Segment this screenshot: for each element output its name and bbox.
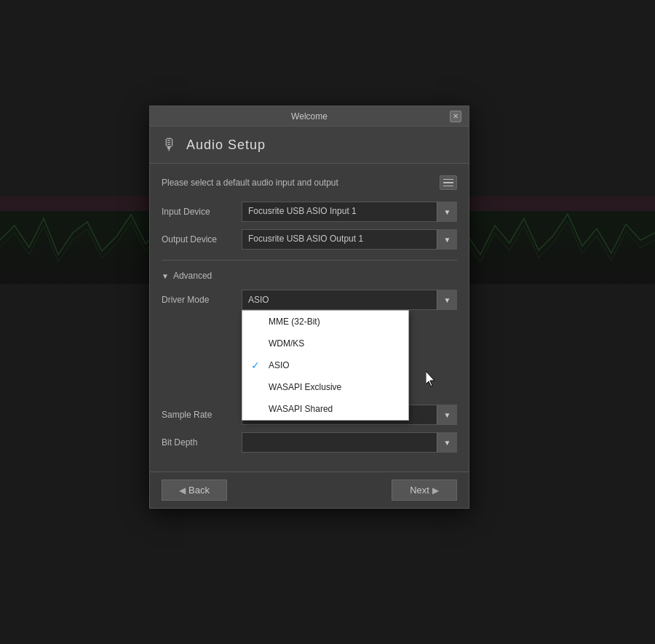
output-device-select-wrapper: Focusrite USB ASIO Output 1 ▼	[242, 229, 457, 250]
mme-check-icon	[251, 316, 263, 327]
driver-mode-option-wasapi-shared[interactable]: WASAPI Shared	[242, 398, 408, 420]
driver-mode-option-asio[interactable]: ✓ ASIO	[242, 354, 408, 376]
asio-check-icon: ✓	[251, 359, 263, 371]
close-button[interactable]: ✕	[450, 111, 461, 122]
driver-mode-option-wdm[interactable]: WDM/KS	[242, 333, 408, 354]
driver-mode-label: Driver Mode	[162, 295, 242, 305]
advanced-label: Advanced	[173, 271, 212, 281]
input-device-select-wrapper: Focusrite USB ASIO Input 1 ▼	[242, 202, 457, 222]
bit-depth-label: Bit Depth	[162, 437, 242, 448]
menu-icon-button[interactable]	[440, 175, 457, 190]
back-button-label: Back	[188, 485, 210, 496]
menu-line-2	[443, 182, 453, 183]
driver-mode-select[interactable]: ASIO	[242, 290, 457, 310]
output-device-select[interactable]: Focusrite USB ASIO Output 1	[242, 229, 457, 250]
wdm-check-icon	[251, 338, 263, 349]
audio-setup-dialog: Welcome ✕ 🎙 Audio Setup Please select a …	[149, 106, 469, 509]
mme-option-label: MME (32-Bit)	[269, 317, 320, 327]
advanced-section-header[interactable]: ▼ Advanced	[162, 271, 457, 281]
dialog-header: 🎙 Audio Setup	[150, 127, 469, 164]
back-button[interactable]: ◀ Back	[162, 480, 227, 501]
driver-mode-select-wrapper: ASIO ▼ MME (32-Bit) WDM/KS ✓ ASIO	[242, 290, 457, 310]
dialog-title: Audio Setup	[186, 138, 266, 153]
next-button-label: Next	[410, 485, 429, 496]
back-arrow-icon: ◀	[179, 485, 186, 496]
bit-depth-select[interactable]	[242, 432, 457, 453]
output-device-label: Output Device	[162, 234, 242, 245]
dialog-body: Please select a default audio input and …	[150, 164, 469, 472]
microphone-icon: 🎙	[162, 135, 178, 154]
menu-line-3	[443, 186, 453, 187]
driver-mode-option-wasapi-exclusive[interactable]: WASAPI Exclusive	[242, 376, 408, 398]
driver-mode-option-mme[interactable]: MME (32-Bit)	[242, 311, 408, 333]
wdm-option-label: WDM/KS	[269, 338, 304, 349]
wasapi-exclusive-option-label: WASAPI Exclusive	[269, 382, 341, 392]
output-device-row: Output Device Focusrite USB ASIO Output …	[162, 229, 457, 250]
wasapi-shared-check-icon	[251, 403, 263, 415]
input-device-select[interactable]: Focusrite USB ASIO Input 1	[242, 202, 457, 222]
dialog-footer: ◀ Back Next ▶	[150, 472, 469, 508]
sample-rate-label: Sample Rate	[162, 410, 242, 420]
wasapi-exclusive-check-icon	[251, 381, 263, 393]
next-button[interactable]: Next ▶	[392, 480, 457, 501]
asio-option-label: ASIO	[269, 360, 290, 370]
next-arrow-icon: ▶	[432, 485, 439, 496]
driver-mode-row: Driver Mode ASIO ▼ MME (32-Bit) WDM/KS ✓	[162, 290, 457, 310]
input-device-row: Input Device Focusrite USB ASIO Input 1 …	[162, 202, 457, 222]
menu-line-1	[443, 179, 453, 180]
description-text: Please select a default audio input and …	[162, 178, 338, 188]
window-title: Welcome	[169, 111, 450, 122]
separator	[162, 260, 457, 261]
description-row: Please select a default audio input and …	[162, 175, 457, 190]
titlebar: Welcome ✕	[150, 106, 469, 127]
driver-mode-dropdown-menu: MME (32-Bit) WDM/KS ✓ ASIO WASAPI Exclus…	[242, 310, 409, 421]
bit-depth-row: Bit Depth ▼	[162, 432, 457, 453]
advanced-collapse-icon: ▼	[162, 272, 169, 280]
bit-depth-select-wrapper: ▼	[242, 432, 457, 453]
input-device-label: Input Device	[162, 207, 242, 217]
wasapi-shared-option-label: WASAPI Shared	[269, 404, 333, 414]
